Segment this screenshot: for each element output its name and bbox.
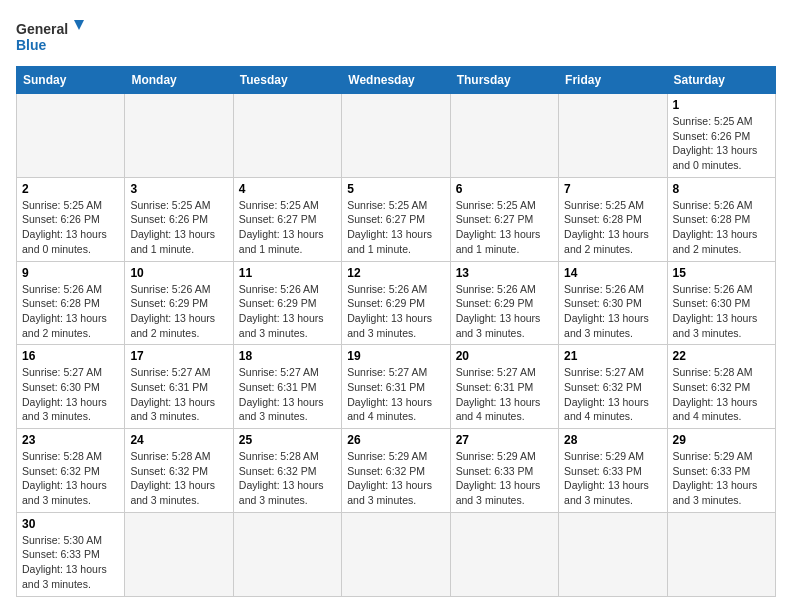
calendar-cell: 15Sunrise: 5:26 AMSunset: 6:30 PMDayligh… <box>667 261 775 345</box>
calendar-cell: 22Sunrise: 5:28 AMSunset: 6:32 PMDayligh… <box>667 345 775 429</box>
calendar-cell: 11Sunrise: 5:26 AMSunset: 6:29 PMDayligh… <box>233 261 341 345</box>
calendar-cell <box>342 512 450 596</box>
calendar-cell: 17Sunrise: 5:27 AMSunset: 6:31 PMDayligh… <box>125 345 233 429</box>
day-info: Sunrise: 5:25 AMSunset: 6:27 PMDaylight:… <box>347 198 444 257</box>
calendar-week-row: 23Sunrise: 5:28 AMSunset: 6:32 PMDayligh… <box>17 429 776 513</box>
day-info: Sunrise: 5:26 AMSunset: 6:29 PMDaylight:… <box>347 282 444 341</box>
svg-text:Blue: Blue <box>16 37 47 53</box>
day-info: Sunrise: 5:25 AMSunset: 6:26 PMDaylight:… <box>22 198 119 257</box>
day-info: Sunrise: 5:26 AMSunset: 6:29 PMDaylight:… <box>130 282 227 341</box>
day-info: Sunrise: 5:26 AMSunset: 6:30 PMDaylight:… <box>673 282 770 341</box>
day-number: 30 <box>22 517 119 531</box>
calendar-cell: 5Sunrise: 5:25 AMSunset: 6:27 PMDaylight… <box>342 177 450 261</box>
calendar-cell: 23Sunrise: 5:28 AMSunset: 6:32 PMDayligh… <box>17 429 125 513</box>
calendar-week-row: 16Sunrise: 5:27 AMSunset: 6:30 PMDayligh… <box>17 345 776 429</box>
day-number: 5 <box>347 182 444 196</box>
logo: General Blue <box>16 16 86 58</box>
weekday-header-sunday: Sunday <box>17 67 125 94</box>
day-number: 6 <box>456 182 553 196</box>
calendar-cell: 4Sunrise: 5:25 AMSunset: 6:27 PMDaylight… <box>233 177 341 261</box>
day-number: 9 <box>22 266 119 280</box>
calendar-cell <box>233 512 341 596</box>
day-number: 28 <box>564 433 661 447</box>
day-info: Sunrise: 5:29 AMSunset: 6:33 PMDaylight:… <box>564 449 661 508</box>
calendar-cell <box>450 94 558 178</box>
day-info: Sunrise: 5:30 AMSunset: 6:33 PMDaylight:… <box>22 533 119 592</box>
calendar-week-row: 9Sunrise: 5:26 AMSunset: 6:28 PMDaylight… <box>17 261 776 345</box>
weekday-header-tuesday: Tuesday <box>233 67 341 94</box>
day-info: Sunrise: 5:26 AMSunset: 6:30 PMDaylight:… <box>564 282 661 341</box>
day-info: Sunrise: 5:28 AMSunset: 6:32 PMDaylight:… <box>673 365 770 424</box>
calendar-cell: 2Sunrise: 5:25 AMSunset: 6:26 PMDaylight… <box>17 177 125 261</box>
calendar-cell: 24Sunrise: 5:28 AMSunset: 6:32 PMDayligh… <box>125 429 233 513</box>
day-info: Sunrise: 5:26 AMSunset: 6:28 PMDaylight:… <box>673 198 770 257</box>
svg-marker-2 <box>74 20 84 30</box>
calendar-cell: 25Sunrise: 5:28 AMSunset: 6:32 PMDayligh… <box>233 429 341 513</box>
calendar-cell: 20Sunrise: 5:27 AMSunset: 6:31 PMDayligh… <box>450 345 558 429</box>
day-info: Sunrise: 5:27 AMSunset: 6:31 PMDaylight:… <box>456 365 553 424</box>
day-info: Sunrise: 5:25 AMSunset: 6:27 PMDaylight:… <box>239 198 336 257</box>
day-number: 4 <box>239 182 336 196</box>
day-info: Sunrise: 5:28 AMSunset: 6:32 PMDaylight:… <box>130 449 227 508</box>
calendar-cell <box>233 94 341 178</box>
day-number: 11 <box>239 266 336 280</box>
day-number: 20 <box>456 349 553 363</box>
day-number: 27 <box>456 433 553 447</box>
calendar-week-row: 1Sunrise: 5:25 AMSunset: 6:26 PMDaylight… <box>17 94 776 178</box>
calendar-cell: 26Sunrise: 5:29 AMSunset: 6:32 PMDayligh… <box>342 429 450 513</box>
day-number: 10 <box>130 266 227 280</box>
day-number: 18 <box>239 349 336 363</box>
day-number: 12 <box>347 266 444 280</box>
calendar-cell: 28Sunrise: 5:29 AMSunset: 6:33 PMDayligh… <box>559 429 667 513</box>
calendar-cell: 21Sunrise: 5:27 AMSunset: 6:32 PMDayligh… <box>559 345 667 429</box>
calendar-cell: 27Sunrise: 5:29 AMSunset: 6:33 PMDayligh… <box>450 429 558 513</box>
calendar-cell <box>17 94 125 178</box>
calendar-cell: 13Sunrise: 5:26 AMSunset: 6:29 PMDayligh… <box>450 261 558 345</box>
calendar-week-row: 2Sunrise: 5:25 AMSunset: 6:26 PMDaylight… <box>17 177 776 261</box>
calendar-cell <box>450 512 558 596</box>
day-number: 8 <box>673 182 770 196</box>
calendar-cell <box>125 512 233 596</box>
calendar-cell: 7Sunrise: 5:25 AMSunset: 6:28 PMDaylight… <box>559 177 667 261</box>
calendar-cell: 14Sunrise: 5:26 AMSunset: 6:30 PMDayligh… <box>559 261 667 345</box>
calendar-cell: 19Sunrise: 5:27 AMSunset: 6:31 PMDayligh… <box>342 345 450 429</box>
day-info: Sunrise: 5:26 AMSunset: 6:28 PMDaylight:… <box>22 282 119 341</box>
day-info: Sunrise: 5:26 AMSunset: 6:29 PMDaylight:… <box>456 282 553 341</box>
calendar-cell <box>125 94 233 178</box>
weekday-header-thursday: Thursday <box>450 67 558 94</box>
weekday-header-friday: Friday <box>559 67 667 94</box>
calendar-cell: 18Sunrise: 5:27 AMSunset: 6:31 PMDayligh… <box>233 345 341 429</box>
svg-text:General: General <box>16 21 68 37</box>
day-number: 7 <box>564 182 661 196</box>
day-number: 29 <box>673 433 770 447</box>
weekday-header-wednesday: Wednesday <box>342 67 450 94</box>
day-info: Sunrise: 5:27 AMSunset: 6:30 PMDaylight:… <box>22 365 119 424</box>
calendar-cell: 29Sunrise: 5:29 AMSunset: 6:33 PMDayligh… <box>667 429 775 513</box>
day-info: Sunrise: 5:27 AMSunset: 6:31 PMDaylight:… <box>347 365 444 424</box>
calendar-cell: 9Sunrise: 5:26 AMSunset: 6:28 PMDaylight… <box>17 261 125 345</box>
calendar-cell <box>342 94 450 178</box>
calendar-cell: 30Sunrise: 5:30 AMSunset: 6:33 PMDayligh… <box>17 512 125 596</box>
day-info: Sunrise: 5:27 AMSunset: 6:31 PMDaylight:… <box>239 365 336 424</box>
day-info: Sunrise: 5:25 AMSunset: 6:27 PMDaylight:… <box>456 198 553 257</box>
day-info: Sunrise: 5:29 AMSunset: 6:33 PMDaylight:… <box>456 449 553 508</box>
day-number: 15 <box>673 266 770 280</box>
day-number: 2 <box>22 182 119 196</box>
day-number: 14 <box>564 266 661 280</box>
day-info: Sunrise: 5:25 AMSunset: 6:26 PMDaylight:… <box>673 114 770 173</box>
generalblue-logo-icon: General Blue <box>16 16 86 58</box>
calendar-cell: 1Sunrise: 5:25 AMSunset: 6:26 PMDaylight… <box>667 94 775 178</box>
calendar-cell <box>559 512 667 596</box>
day-number: 23 <box>22 433 119 447</box>
calendar-cell: 12Sunrise: 5:26 AMSunset: 6:29 PMDayligh… <box>342 261 450 345</box>
day-number: 1 <box>673 98 770 112</box>
day-number: 13 <box>456 266 553 280</box>
day-info: Sunrise: 5:25 AMSunset: 6:28 PMDaylight:… <box>564 198 661 257</box>
day-info: Sunrise: 5:28 AMSunset: 6:32 PMDaylight:… <box>239 449 336 508</box>
day-info: Sunrise: 5:26 AMSunset: 6:29 PMDaylight:… <box>239 282 336 341</box>
day-number: 22 <box>673 349 770 363</box>
calendar-cell: 8Sunrise: 5:26 AMSunset: 6:28 PMDaylight… <box>667 177 775 261</box>
day-info: Sunrise: 5:25 AMSunset: 6:26 PMDaylight:… <box>130 198 227 257</box>
day-number: 24 <box>130 433 227 447</box>
calendar-cell <box>667 512 775 596</box>
